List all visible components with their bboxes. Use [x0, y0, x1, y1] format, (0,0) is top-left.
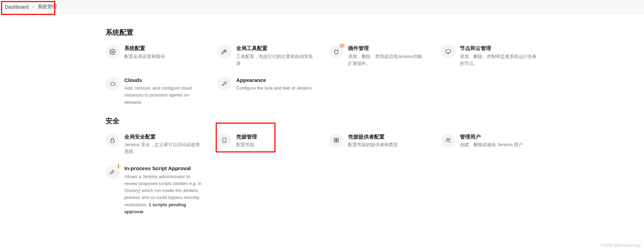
section-grid-system-config: 系统配置 配置全局设置和路径 全局工具配置 工具配置，包括它们的位置和自动安装器… [106, 45, 540, 106]
card-desc: Add, remove, and configure cloud instanc… [124, 85, 203, 106]
card-title: 凭据提供者配置 [348, 133, 398, 140]
card-clouds[interactable]: Clouds Add, remove, and configure cloud … [106, 77, 203, 106]
card-desc: 配置全局设置和路径 [124, 53, 165, 60]
card-desc: 添加、删除、控制和监视系统运行任务的节点。 [460, 53, 538, 67]
badge-script-count: 1 [115, 163, 122, 169]
providers-icon [329, 133, 343, 147]
users-icon [441, 133, 455, 147]
card-plugins[interactable]: 17 插件管理 添加、删除、禁用或启用Jenkins功能扩展插件。 [329, 45, 427, 67]
section-title-security: 安全 [106, 116, 540, 126]
card-credential-providers[interactable]: 凭据提供者配置 配置凭据的提供者和类型 [329, 133, 427, 156]
svg-point-8 [447, 138, 448, 140]
svg-rect-2 [111, 140, 115, 143]
card-title: 系统配置 [124, 45, 165, 52]
card-desc: 配置凭据的提供者和类型 [348, 141, 398, 148]
card-desc: 添加、删除、禁用或启用Jenkins功能扩展插件。 [348, 53, 427, 67]
id-card-icon [217, 133, 231, 147]
svg-rect-4 [334, 138, 336, 140]
section-grid-security: 全局安全配置 Jenkins 安全，定义谁可以访问或使用系统。 凭据管理 配置凭… [106, 133, 540, 215]
plugin-icon: 17 [329, 45, 343, 59]
card-nodes-clouds[interactable]: 节点和云管理 添加、删除、控制和监视系统运行任务的节点。 [441, 45, 538, 67]
card-desc: Jenkins 安全，定义谁可以访问或使用系统。 [124, 141, 203, 155]
card-desc: 配置凭据 [236, 141, 257, 148]
card-script-approval[interactable]: 1 In-process Script Approval Allows a Je… [106, 165, 203, 215]
cloud-icon [106, 77, 119, 91]
card-global-tools[interactable]: 全局工具配置 工具配置，包括它们的位置和自动安装器 [217, 45, 315, 67]
brush-icon [217, 77, 231, 91]
card-desc: Allows a Jenkins administrator to review… [124, 173, 203, 215]
card-global-security[interactable]: 全局安全配置 Jenkins 安全，定义谁可以访问或使用系统。 [106, 133, 203, 156]
card-title: 全局安全配置 [124, 133, 203, 140]
monitor-icon [441, 45, 455, 59]
lock-icon [106, 133, 119, 147]
card-credentials[interactable]: 凭据管理 配置凭据 [217, 133, 315, 156]
card-title: Clouds [124, 77, 203, 84]
card-appearance[interactable]: Appearance Configure the look and feel o… [217, 77, 315, 106]
gear-icon [106, 45, 119, 59]
breadcrumb-system-manage[interactable]: 系统管理 [38, 4, 57, 10]
svg-point-9 [449, 139, 450, 140]
card-desc: Configure the look and feel of Jenkins [236, 85, 312, 92]
card-title: 插件管理 [348, 45, 427, 52]
svg-rect-1 [446, 50, 451, 53]
card-title: 凭据管理 [236, 133, 257, 140]
svg-rect-5 [337, 138, 338, 140]
watermark: CSDN @Muscleheng [601, 243, 641, 248]
svg-point-0 [112, 51, 114, 53]
main-content: 系统配置 系统配置 配置全局设置和路径 全局工具配置 工具配置，包括它们的位置和… [106, 14, 540, 215]
card-system-config[interactable]: 系统配置 配置全局设置和路径 [106, 45, 203, 67]
card-desc: 创建、删除或修改 Jenkins 用户 [460, 141, 523, 148]
chevron-right-icon: > [32, 5, 34, 9]
card-title: 全局工具配置 [236, 45, 315, 52]
card-desc: 工具配置，包括它们的位置和自动安装器 [236, 53, 315, 67]
section-title-system-config: 系统配置 [106, 28, 540, 37]
card-title: 节点和云管理 [460, 45, 538, 52]
badge-plugin-count: 17 [339, 43, 345, 49]
hammer-icon [217, 45, 231, 59]
card-title: Appearance [236, 77, 312, 84]
breadcrumb-dashboard[interactable]: Dashboard [5, 4, 29, 10]
svg-rect-7 [337, 140, 338, 142]
card-title: 管理用户 [460, 133, 523, 140]
card-title: In-process Script Approval [124, 165, 203, 172]
breadcrumb: Dashboard > 系统管理 [0, 0, 644, 14]
svg-rect-6 [334, 140, 336, 142]
card-manage-users[interactable]: 管理用户 创建、删除或修改 Jenkins 用户 [441, 133, 538, 156]
edit-icon: 1 [106, 165, 119, 179]
